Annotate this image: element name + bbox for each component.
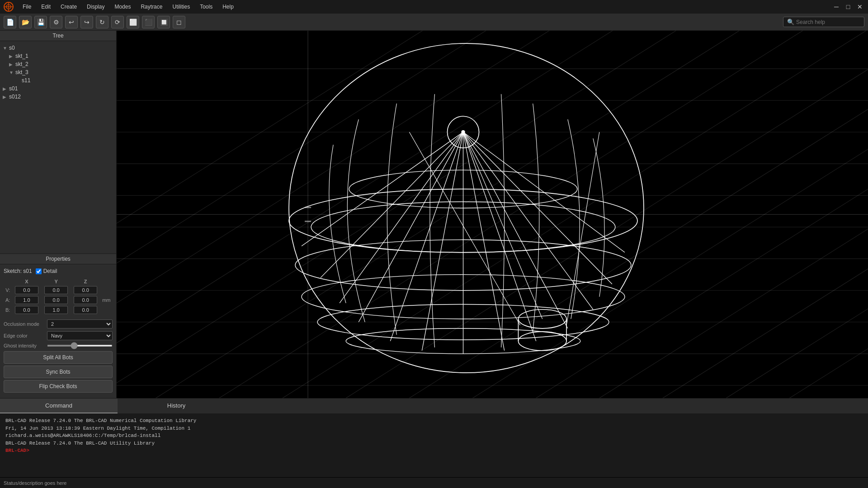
select-button[interactable]: ⬜ [127, 16, 139, 28]
tree-item-skt1[interactable]: ▶ skt_1 [9, 52, 113, 60]
settings-button[interactable]: ⚙ [50, 16, 62, 28]
tree-title: Tree [0, 31, 116, 41]
tree-item-skt3[interactable]: ▼ skt_3 [9, 68, 113, 76]
ghost-intensity-slider[interactable] [47, 345, 113, 347]
coord-row-b: B: [4, 305, 113, 315]
title-bar: File Edit Create Display Modes Raytrace … [0, 0, 868, 14]
tree-label-skt2: skt_2 [15, 61, 28, 67]
open-button[interactable]: 📂 [19, 16, 32, 28]
ghost-slider-container [47, 345, 113, 347]
tree-toggle-skt2: ▶ [9, 62, 15, 67]
output-line-2: Fri, 14 Jun 2013 13:18:39 Eastern Daylig… [5, 425, 863, 432]
tab-command[interactable]: Command [0, 399, 118, 413]
menu-create[interactable]: Create [56, 2, 81, 12]
properties-title: Properties [0, 254, 116, 264]
tree-toggle-s012: ▶ [3, 94, 9, 99]
tree-children-s0: ▶ skt_1 ▶ skt_2 ▼ skt_3 s11 [9, 52, 113, 84]
occlusion-row: Occlusion mode 2 1 3 [4, 319, 113, 328]
tree-label-skt1: skt_1 [15, 53, 28, 59]
coord-by[interactable] [44, 306, 68, 314]
coord-label-b: B: [4, 305, 12, 315]
flip-check-bots-button[interactable]: Flip Check Bots [4, 380, 113, 393]
tree-label-s012: s012 [9, 94, 21, 100]
app-logo [4, 2, 14, 12]
output-line-1: BRL-CAD Release 7.24.0 The BRL-CAD Numer… [5, 417, 863, 425]
sketch-label-row: Sketch: s01 Detail [4, 268, 113, 274]
minimize-button[interactable]: ─ [832, 2, 841, 11]
redo-button[interactable]: ↪ [80, 16, 93, 28]
tree-item-s012[interactable]: ▶ s012 [3, 93, 113, 101]
undo-button[interactable]: ↩ [65, 16, 78, 28]
menu-file[interactable]: File [18, 2, 36, 12]
menu-edit[interactable]: Edit [37, 2, 55, 12]
tree-area: ▼ s0 ▶ skt_1 ▶ skt_2 ▼ skt_3 [0, 41, 116, 253]
coord-label-a: A: [4, 295, 12, 305]
coord-ay[interactable] [44, 296, 68, 304]
coord-vy[interactable] [44, 286, 68, 294]
window-controls: ─ □ ✕ [832, 2, 864, 11]
menu-display[interactable]: Display [82, 2, 109, 12]
search-icon: 🔍 [787, 19, 794, 25]
ghost-intensity-row: Ghost intensity [4, 343, 113, 348]
tree-label-s11: s11 [22, 77, 30, 84]
properties-panel: Properties Sketch: s01 Detail [0, 253, 116, 398]
edge-color-row: Edge color Navy Black White Red [4, 331, 113, 340]
tree-item-skt2[interactable]: ▶ skt_2 [9, 60, 113, 68]
svg-rect-35 [305, 221, 311, 222]
edge-color-select[interactable]: Navy Black White Red [47, 331, 113, 340]
viewport[interactable]: X Y Z + + [117, 31, 868, 398]
maximize-button[interactable]: □ [844, 2, 853, 11]
sync-bots-button[interactable]: Sync Bots [4, 366, 113, 378]
tab-history[interactable]: History [118, 399, 235, 413]
tree-children-skt3: s11 [15, 76, 113, 84]
tree-item-s01[interactable]: ▶ s01 [3, 84, 113, 93]
command-output: BRL-CAD Release 7.24.0 The BRL-CAD Numer… [0, 413, 868, 477]
coord-label-v: V: [4, 285, 12, 295]
refresh-button[interactable]: ⟳ [111, 16, 124, 28]
search-box[interactable]: 🔍 [783, 17, 864, 27]
render-button[interactable]: ◻ [173, 16, 185, 28]
redo2-button[interactable]: ↻ [96, 16, 108, 28]
menu-raytrace[interactable]: Raytrace [136, 2, 167, 12]
coord-unit-a: mm [100, 295, 113, 305]
coord-table: X Y Z V: [4, 279, 113, 315]
menu-help[interactable]: Help [218, 2, 238, 12]
menu-tools[interactable]: Tools [195, 2, 217, 12]
sketch-label: Sketch: s01 [4, 268, 32, 274]
crop-button[interactable]: 🔲 [157, 16, 170, 28]
coord-bx[interactable] [15, 306, 38, 314]
coord-header-x: X [12, 279, 41, 285]
tree-item-s0[interactable]: ▼ s0 [3, 44, 113, 52]
menu-utilities[interactable]: Utilities [168, 2, 194, 12]
save-button[interactable]: 💾 [34, 16, 47, 28]
split-all-bots-button[interactable]: Split All Bots [4, 351, 113, 364]
coord-vx[interactable] [15, 286, 38, 294]
search-input[interactable] [796, 19, 860, 25]
main-content: Tree ▼ s0 ▶ skt_1 ▶ skt_2 [0, 31, 868, 488]
status-text: Status/description goes here [4, 480, 66, 486]
coord-ax[interactable] [15, 296, 38, 304]
occlusion-select[interactable]: 2 1 3 [47, 319, 113, 328]
tree-label-skt3: skt_3 [15, 69, 28, 75]
coord-header-y: Y [42, 279, 71, 285]
tree-item-s11[interactable]: s11 [15, 76, 113, 84]
coord-bz[interactable] [74, 306, 97, 314]
coord-row-v: V: [4, 285, 113, 295]
status-bar: Status/description goes here [0, 477, 868, 488]
detail-checkbox[interactable] [36, 268, 42, 274]
edge-color-label: Edge color [4, 333, 44, 338]
view-button[interactable]: ⬛ [142, 16, 155, 28]
coord-az[interactable] [74, 296, 97, 304]
occlusion-label: Occlusion mode [4, 321, 44, 327]
coord-vz[interactable] [74, 286, 97, 294]
output-line-3: richard.a.weiss@ARLAWKLS18406:C:/Temp/br… [5, 432, 863, 440]
command-prompt-line: BRL-CAD> [5, 447, 863, 455]
coord-header-z: Z [71, 279, 100, 285]
properties-body: Sketch: s01 Detail X Y Z [0, 264, 116, 398]
command-prompt: BRL-CAD> [5, 448, 29, 453]
viewport-svg: X Y Z + + [117, 31, 868, 398]
menu-modes[interactable]: Modes [110, 2, 135, 12]
new-button[interactable]: 📄 [4, 16, 16, 28]
detail-checkbox-row[interactable]: Detail [36, 268, 57, 274]
close-button[interactable]: ✕ [855, 2, 864, 11]
